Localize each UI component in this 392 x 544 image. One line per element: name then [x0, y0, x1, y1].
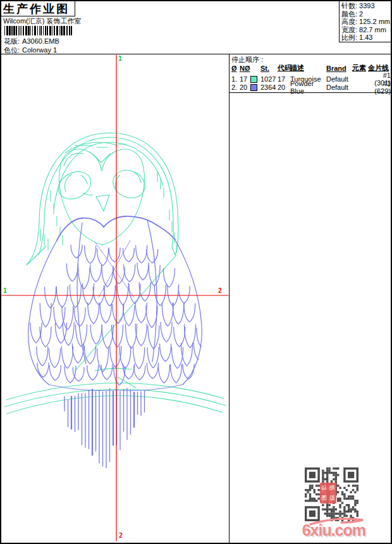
col-code: 代码	[278, 63, 290, 73]
stat-colors: 颜色:2	[341, 10, 390, 18]
owl-body-outline	[28, 216, 202, 391]
design-file-label: 花版:	[4, 37, 20, 45]
feather-stitches	[30, 245, 208, 385]
axis-marker-right: 2	[218, 288, 222, 294]
stat-scale: 比例:1.43	[341, 34, 390, 42]
stats-box-left-border	[339, 1, 340, 42]
col-st: St.	[260, 65, 278, 72]
thread-color-chip	[250, 84, 257, 91]
thread-color-chip	[250, 76, 257, 83]
site-watermark: 6xiu.com	[296, 521, 365, 540]
production-worksheet: { "header": { "title": "生产作业图", "company…	[0, 0, 392, 544]
axis-marker-bottom: 2	[119, 533, 123, 539]
stat-height: 高度:125.2 mm	[341, 18, 390, 26]
col-element: 元素	[352, 63, 368, 73]
copyright-stamp: 以 绣 图 版	[320, 483, 336, 504]
axis-marker-top: 1	[118, 56, 122, 62]
stop-sequence-title: 停止顺序 :	[231, 55, 391, 63]
stats-box-bottom-border	[339, 42, 391, 42]
company-name: Wilcom(汇京) 装饰工作室	[3, 16, 81, 26]
owl-head-outline	[27, 133, 178, 265]
stat-stitches: 针数:3393	[341, 2, 390, 10]
drawing-right-border	[229, 54, 230, 543]
colorway-value: Colorway 1	[22, 46, 57, 54]
stop-sequence-table: 停止顺序 : Ø NØ St. 代码 描述 Brand 元素 金片线 1. 17…	[231, 55, 391, 88]
design-canvas	[1, 54, 229, 543]
col-desc: 描述	[290, 63, 326, 73]
page-title: 生产作业图	[3, 1, 70, 16]
stop-sequence-header: Ø NØ St. 代码 描述 Brand 元素 金片线	[231, 63, 391, 71]
design-file-value: A3060.EMB	[22, 37, 59, 45]
design-file-row: 花版:A3060.EMB	[4, 37, 59, 46]
colorway-label: 色位:	[4, 46, 20, 54]
design-stats: 针数:3393 颜色:2 高度:125.2 mm 宽度:82.7 mm 比例:1…	[341, 2, 390, 42]
tail-stitches	[64, 388, 145, 468]
barcode	[4, 26, 75, 36]
title-box-divider	[75, 1, 75, 16]
col-n: NØ	[240, 65, 250, 72]
col-needle: Ø	[231, 65, 240, 72]
axis-marker-left: 1	[3, 288, 7, 294]
stat-width: 宽度:82.7 mm	[341, 26, 390, 34]
crosshair-axes	[2, 55, 228, 541]
col-brand: Brand	[326, 65, 352, 72]
